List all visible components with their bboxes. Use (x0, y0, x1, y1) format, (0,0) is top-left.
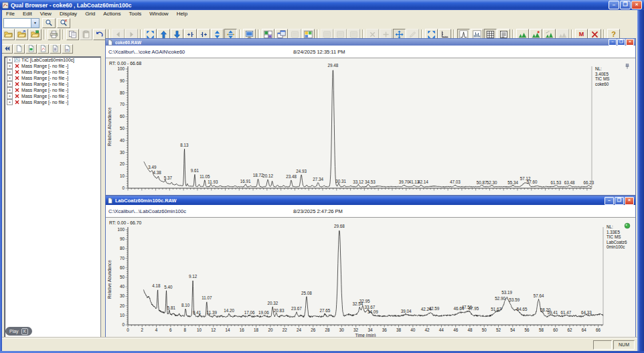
inner-close-button[interactable]: × (626, 39, 634, 46)
svg-text:50: 50 (120, 126, 125, 131)
chromatogram-plot[interactable]: 0102030405060708090100024681012141618202… (106, 218, 635, 339)
peak-label: 33.12 (353, 180, 364, 184)
rt-range-label: RT: 0.00 - 66.68 (109, 61, 141, 66)
find-button[interactable] (42, 18, 56, 28)
pin-icon[interactable] (624, 60, 631, 67)
inner-minimize-button[interactable]: – (605, 197, 614, 205)
peak-label: 29.48 (328, 63, 339, 68)
peak-label: 11.39 (207, 310, 218, 315)
menu-edit[interactable]: Edit (19, 10, 36, 17)
ranges-tree[interactable]: +TIC [LabCoatz60min100c]+Mass Range [- n… (4, 56, 101, 340)
inner-maximize-button[interactable]: ❐ (615, 197, 624, 205)
open-sequence-button[interactable] (29, 29, 42, 40)
raw-file-icon (107, 198, 113, 204)
cell-page-toolbar: xs (1, 43, 102, 54)
menu-view[interactable]: View (36, 10, 56, 17)
page-grid-button[interactable] (50, 44, 61, 54)
svg-text:0: 0 (122, 322, 125, 327)
play-overlay[interactable]: Play K (5, 327, 32, 336)
svg-text:28: 28 (325, 328, 331, 332)
tree-item-tic[interactable]: +TIC [LabCoatz60min100c] (5, 57, 100, 63)
print-button[interactable] (48, 29, 60, 40)
expand-icon[interactable]: + (7, 75, 13, 81)
expand-icon[interactable]: + (7, 81, 13, 87)
peak-label: 25.08 (301, 291, 312, 295)
peak-label: 53.19 (501, 290, 512, 295)
tree-item-mass-range-5[interactable]: +Mass Range [- no file -] (5, 87, 100, 93)
page-report-button[interactable] (25, 44, 37, 54)
tree-item-mass-range-3[interactable]: +Mass Range [- no file -] (5, 75, 100, 81)
menu-display[interactable]: Display (56, 10, 81, 17)
peak-label: 24.93 (296, 169, 307, 173)
open-result-file-button[interactable] (15, 29, 28, 40)
svg-text:48: 48 (467, 328, 473, 332)
new-page-button[interactable] (13, 44, 25, 54)
undo-button[interactable] (93, 29, 106, 40)
collapse-panel-button[interactable] (1, 44, 13, 54)
tree-item-mass-range-7[interactable]: +Mass Range [- no file -] (5, 99, 100, 105)
num-lock-indicator: NUM (613, 340, 635, 350)
undo-icon (95, 30, 104, 39)
peak-label: 8.10 (181, 303, 190, 307)
menu-file[interactable]: File (2, 10, 19, 17)
inner-window-titlebar[interactable]: coke60.RAW – ❐ × (106, 39, 635, 46)
page-chart-button[interactable] (37, 44, 49, 54)
title-bar[interactable]: Qual Browser - coke60 , LabCoatz60min100… (0, 0, 644, 10)
tree-item-mass-range-2[interactable]: +Mass Range [- no file -] (5, 69, 100, 75)
expand-icon[interactable]: + (7, 69, 13, 75)
expand-icon[interactable]: + (7, 57, 13, 63)
find-clear-button[interactable] (57, 18, 70, 28)
window-title: Qual Browser - coke60 , LabCoatz60min100… (11, 2, 608, 9)
open-raw-file-button[interactable] (2, 29, 15, 40)
copy-button[interactable] (66, 29, 79, 40)
inner-window-titlebar[interactable]: LabCoatz60min100c.RAW – ❐ × (106, 196, 635, 205)
magnifier-x-icon (60, 19, 68, 27)
page-xs-button[interactable]: xs (62, 44, 73, 54)
menu-tools[interactable]: Tools (125, 10, 145, 17)
inner-window-title: LabCoatz60min100c.RAW (115, 198, 604, 204)
chromatogram-header: C:\Xcalibur\...\LabCoatz60min100c 8/23/2… (106, 205, 635, 218)
inner-close-button[interactable]: × (625, 197, 634, 205)
peak-label: 61.47 (560, 310, 571, 315)
menu-grid[interactable]: Grid (81, 10, 99, 17)
mass-combobox[interactable]: ▼ (3, 18, 39, 28)
peak-label: 52.30 (487, 180, 497, 185)
paste-button (80, 29, 92, 40)
tree-item-label: Mass Range [- no file -] (21, 64, 68, 68)
inner-minimize-button[interactable]: – (609, 39, 617, 46)
svg-text:52: 52 (496, 328, 501, 332)
peak-label: 20.12 (262, 173, 273, 178)
inner-maximize-button[interactable]: ❐ (617, 39, 625, 46)
nl-annotation: NL:3.40E5TIC MScoke60 (595, 66, 609, 86)
expand-icon[interactable]: + (7, 87, 13, 93)
close-button[interactable]: × (631, 1, 642, 9)
tree-item-mass-range-4[interactable]: +Mass Range [- no file -] (5, 81, 100, 87)
chevron-down-icon[interactable]: ▼ (31, 19, 39, 27)
chromatogram-window-coke60: coke60.RAW – ❐ × C:\Xcalibur\...\coke AG… (105, 38, 636, 196)
svg-text:38: 38 (396, 328, 402, 332)
tree-item-mass-range-6[interactable]: +Mass Range [- no file -] (5, 93, 100, 99)
svg-text:xs: xs (66, 48, 69, 52)
peak-label: 27.65 (319, 308, 330, 313)
svg-text:40: 40 (120, 284, 125, 289)
minimize-button[interactable]: – (609, 1, 619, 9)
peak-label: 5.81 (167, 305, 176, 310)
window-border-right (637, 0, 644, 353)
svg-text:62: 62 (567, 328, 572, 332)
svg-text:100: 100 (117, 66, 125, 71)
peak-label: 39.04 (401, 309, 412, 313)
peak-label: 39.70 (399, 180, 410, 184)
menu-help[interactable]: Help (173, 10, 191, 17)
maximize-button[interactable]: ❐ (620, 1, 631, 9)
svg-text:40: 40 (120, 138, 125, 143)
menu-actions[interactable]: Actions (99, 10, 125, 17)
svg-text:0: 0 (127, 328, 129, 332)
expand-icon[interactable]: + (7, 63, 13, 69)
page-grid-icon (52, 45, 59, 52)
chromatogram-plot[interactable]: 01020304050607080901003.494.385.378.139.… (106, 58, 635, 195)
menu-window[interactable]: Window (145, 10, 172, 17)
expand-icon[interactable]: + (7, 93, 13, 99)
tree-item-mass-range-1[interactable]: +Mass Range [- no file -] (5, 63, 100, 69)
expand-icon[interactable]: + (7, 99, 13, 105)
peak-label: 23.67 (291, 306, 302, 311)
